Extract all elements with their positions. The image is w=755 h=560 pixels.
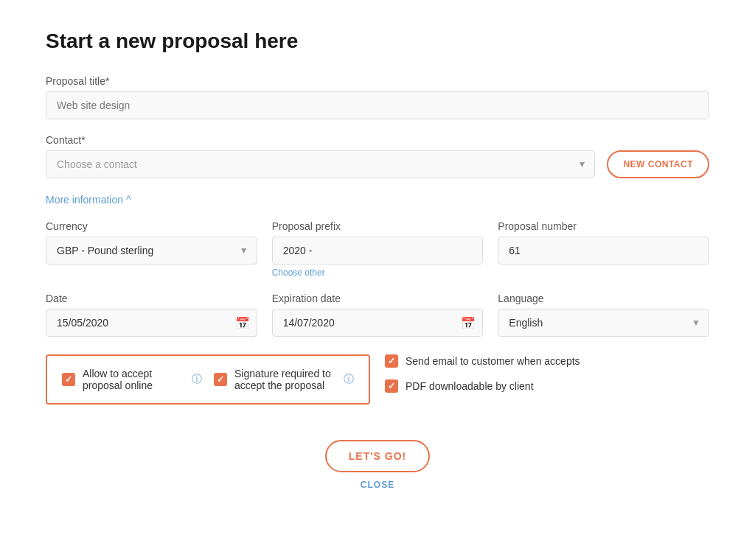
contact-select[interactable]: Choose a contact bbox=[46, 150, 595, 178]
checkbox-send-email: Send email to customer when accepts bbox=[385, 354, 709, 368]
currency-group: Currency GBP - Pound sterling USD - US D… bbox=[46, 220, 257, 265]
language-select-wrapper: English French Spanish German ▼ bbox=[498, 309, 709, 337]
language-group: Language English French Spanish German ▼ bbox=[498, 293, 709, 337]
prefix-group: Proposal prefix Choose other bbox=[272, 220, 484, 278]
checkbox-signature-box[interactable] bbox=[214, 373, 227, 386]
proposal-title-input[interactable] bbox=[46, 91, 709, 119]
close-button[interactable]: CLOSE bbox=[361, 480, 394, 490]
language-label: Language bbox=[498, 293, 709, 304]
date-row: Date 📅 Expiration date 📅 Language Englis… bbox=[46, 293, 709, 337]
contact-label: Contact* bbox=[46, 134, 709, 146]
number-group: Proposal number bbox=[498, 220, 709, 265]
checkbox-send-email-box[interactable] bbox=[385, 354, 398, 368]
language-select[interactable]: English French Spanish German bbox=[498, 309, 709, 337]
right-checkboxes-section: Send email to customer when accepts PDF … bbox=[385, 354, 709, 422]
choose-other-link[interactable]: Choose other bbox=[272, 267, 484, 278]
expiration-label: Expiration date bbox=[272, 293, 484, 304]
prefix-input[interactable] bbox=[272, 237, 484, 265]
date-group: Date 📅 bbox=[46, 293, 257, 337]
checkbox-allow-online-box[interactable] bbox=[62, 373, 75, 386]
number-label: Proposal number bbox=[498, 220, 709, 232]
currency-select[interactable]: GBP - Pound sterling USD - US Dollar EUR… bbox=[46, 237, 257, 265]
left-checkboxes-section: Allow to accept proposal online ⓘ Signat… bbox=[46, 354, 370, 405]
form-container: Start a new proposal here Proposal title… bbox=[46, 29, 709, 490]
more-info-link[interactable]: More information ^ bbox=[46, 194, 131, 206]
date-input[interactable] bbox=[46, 309, 257, 337]
checkbox-allow-online-label: Allow to accept proposal online bbox=[83, 368, 184, 391]
expiration-group: Expiration date 📅 bbox=[272, 293, 484, 337]
checkbox-signature-label: Signature required to accept the proposa… bbox=[234, 368, 336, 391]
expiration-input[interactable] bbox=[272, 309, 484, 337]
lets-go-button[interactable]: LET'S GO! bbox=[325, 440, 430, 472]
proposal-title-label: Proposal title* bbox=[46, 75, 709, 87]
contact-group: Contact* Choose a contact ▼ NEW CONTACT bbox=[46, 134, 709, 178]
expiration-input-wrapper: 📅 bbox=[272, 309, 484, 337]
checkbox-pdf-label: PDF downloadable by client bbox=[406, 380, 534, 392]
checkbox-allow-online: Allow to accept proposal online ⓘ bbox=[62, 368, 202, 391]
currency-row: Currency GBP - Pound sterling USD - US D… bbox=[46, 220, 709, 278]
number-input[interactable] bbox=[498, 237, 709, 265]
info-icon-2[interactable]: ⓘ bbox=[344, 373, 354, 386]
date-label: Date bbox=[46, 293, 257, 304]
info-icon[interactable]: ⓘ bbox=[192, 373, 202, 386]
form-actions: LET'S GO! CLOSE bbox=[46, 440, 709, 490]
page-title: Start a new proposal here bbox=[46, 29, 709, 53]
currency-select-wrapper: GBP - Pound sterling USD - US Dollar EUR… bbox=[46, 237, 257, 265]
proposal-title-group: Proposal title* bbox=[46, 75, 709, 119]
checkboxes-row: Allow to accept proposal online ⓘ Signat… bbox=[46, 354, 709, 422]
checkbox-signature-required: Signature required to accept the proposa… bbox=[214, 368, 354, 391]
contact-row: Choose a contact ▼ NEW CONTACT bbox=[46, 150, 709, 178]
date-input-wrapper: 📅 bbox=[46, 309, 257, 337]
new-contact-button[interactable]: NEW CONTACT bbox=[607, 150, 709, 178]
contact-select-wrapper: Choose a contact ▼ bbox=[46, 150, 595, 178]
checkbox-pdf-box[interactable] bbox=[385, 379, 398, 393]
prefix-label: Proposal prefix bbox=[272, 220, 484, 232]
currency-label: Currency bbox=[46, 220, 257, 232]
checkbox-send-email-label: Send email to customer when accepts bbox=[406, 355, 580, 367]
checkbox-pdf-download: PDF downloadable by client bbox=[385, 379, 709, 393]
